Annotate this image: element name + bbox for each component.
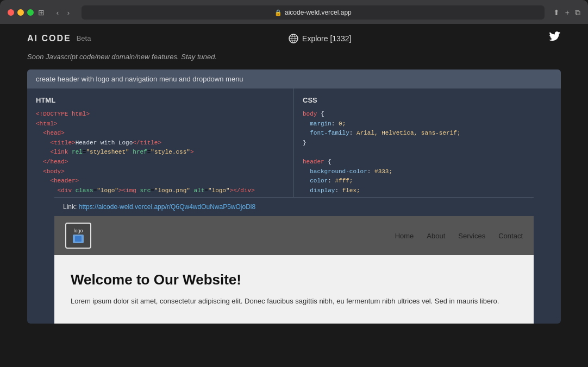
preview-logo-text: logo: [73, 228, 83, 233]
css-code-col: CSS body { margin: 0; font-family: Arial…: [294, 88, 561, 197]
preview-nav-home[interactable]: Home: [395, 232, 414, 240]
browser-chrome: ⊞ ‹ › 🔒 aicode-weld.vercel.app ⬆ + ⧉: [0, 0, 588, 24]
preview-logo-icon: [73, 235, 84, 243]
close-button[interactable]: [8, 9, 14, 16]
nav-buttons: ‹ ›: [53, 8, 73, 17]
url-text: aicode-weld.vercel.app: [285, 9, 352, 16]
preview-logo-box: logo: [65, 223, 91, 249]
html-label: HTML: [36, 96, 285, 104]
twitter-icon[interactable]: [549, 31, 561, 45]
preview-link: Link: https://aicode-weld.vercel.app/r/Q…: [54, 197, 534, 216]
preview-paragraph: Lorem ipsum dolor sit amet, consectetur …: [71, 296, 517, 307]
browser-toolbar: ⊞ ‹ › 🔒 aicode-weld.vercel.app ⬆ + ⧉: [8, 5, 580, 20]
app-container: AI CODE Beta Explore [1332] Soon Javascr…: [0, 24, 588, 367]
app-logo: AI CODE Beta: [27, 34, 91, 43]
preview-nav-links: Home About Services Contact: [395, 232, 523, 240]
preview-website: logo Home About Services Contact Welcome…: [54, 216, 534, 324]
maximize-button[interactable]: [27, 9, 34, 16]
traffic-lights: [8, 9, 34, 16]
preview-url[interactable]: https://aicode-weld.vercel.app/r/Q6Qw4wd…: [79, 203, 255, 211]
minimize-button[interactable]: [17, 9, 24, 16]
sidebar-toggle-button[interactable]: ⊞: [38, 8, 49, 17]
app-beta-label: Beta: [77, 34, 91, 42]
html-code-col: HTML <!DOCTYPE html> <html> <head> <titl…: [27, 88, 294, 197]
address-bar-row: 🔒 aicode-weld.vercel.app: [82, 5, 545, 20]
css-label: CSS: [303, 96, 552, 104]
forward-button[interactable]: ›: [64, 8, 73, 17]
globe-icon: [289, 34, 298, 43]
code-panel: create header with logo and navigation m…: [27, 69, 561, 324]
address-bar[interactable]: 🔒 aicode-weld.vercel.app: [82, 5, 545, 20]
html-code: <!DOCTYPE html> <html> <head> <title>Hea…: [36, 110, 285, 197]
app-logo-text: AI CODE: [27, 34, 71, 43]
link-prefix: Link:: [63, 203, 77, 211]
browser-actions: ⬆ + ⧉: [553, 8, 580, 17]
preview-nav-contact[interactable]: Contact: [498, 232, 523, 240]
explore-label: Explore [1332]: [302, 34, 351, 43]
code-prompt: create header with logo and navigation m…: [27, 69, 561, 88]
preview-body: Welcome to Our Website! Lorem ipsum dolo…: [54, 255, 534, 324]
app-header: AI CODE Beta Explore [1332]: [0, 24, 588, 53]
preview-logo-icon-inner: [75, 236, 82, 242]
share-icon[interactable]: ⬆: [553, 8, 560, 17]
new-tab-icon[interactable]: +: [565, 8, 570, 17]
preview-nav-about[interactable]: About: [427, 232, 445, 240]
tabs-icon[interactable]: ⧉: [575, 8, 580, 17]
explore-button[interactable]: Explore [1332]: [289, 34, 351, 43]
app-subtitle: Soon Javascript code/new domain/new feat…: [0, 53, 588, 69]
back-button[interactable]: ‹: [53, 8, 62, 17]
preview-nav-services[interactable]: Services: [458, 232, 485, 240]
preview-nav: logo Home About Services Contact: [54, 216, 534, 255]
lock-icon: 🔒: [274, 9, 282, 16]
preview-heading: Welcome to Our Website!: [71, 271, 517, 288]
css-code: body { margin: 0; font-family: Arial, He…: [303, 110, 552, 197]
code-columns: HTML <!DOCTYPE html> <html> <head> <titl…: [27, 88, 561, 197]
